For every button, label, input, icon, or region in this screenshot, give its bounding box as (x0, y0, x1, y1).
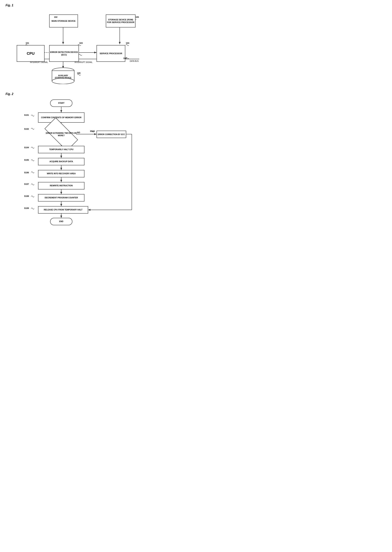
interrupt-signal-2: INTERRUPT SIGNAL (72, 61, 95, 63)
svg-marker-36 (60, 216, 62, 218)
ref-108: 108 (123, 57, 126, 59)
svg-text:STORAGE DEVICE: STORAGE DEVICE (55, 77, 71, 79)
s105-ref: S105 (24, 159, 29, 161)
error-detection-box: ERROR DETECTION DEVICE (ECC) (49, 45, 79, 62)
end-node: END (50, 218, 72, 225)
ref-104: 104 (126, 42, 129, 44)
data-bus-label: DATA BUS (126, 60, 143, 62)
s109-box: RELEASE CPU FROM TEMPORARY HALT (38, 206, 88, 214)
fig2-label: Fig. 2 (6, 92, 143, 96)
svg-point-16 (52, 78, 74, 84)
service-processor-box: SERVICE PROCESSOR (97, 45, 125, 62)
s105-box: ACQUIRE BACKUP DATA (38, 158, 84, 165)
ref-103: 103 (79, 42, 83, 44)
s108-box: DECREMENT PROGRAM COUNTER (38, 194, 84, 201)
storage-rom-box: STORAGE DEVICE (ROM) FOR SERVICE PROCESS… (106, 14, 135, 28)
fig1-label: Fig. 1 (6, 4, 143, 7)
s101-ref: S101 (24, 114, 29, 116)
svg-marker-38 (94, 133, 97, 135)
s103-box: ERROR CORRECTION BY ECC (97, 131, 126, 138)
ref-105: 105 (135, 16, 139, 18)
svg-marker-28 (60, 168, 62, 170)
svg-marker-34 (60, 204, 62, 206)
svg-marker-2 (62, 42, 64, 44)
interrupt-signal-1: INTERRUPT SIGNAL (30, 61, 48, 63)
s106-ref: S106 (24, 172, 29, 174)
fig1-container: CPU 101 MAIN STORAGE DEVICE 102 ERROR DE… (6, 9, 147, 87)
ref-101: 101 (26, 42, 29, 44)
svg-marker-26 (60, 156, 62, 158)
s108-ref: S108 (24, 195, 29, 197)
svg-text:NO: NO (77, 131, 80, 134)
s101-box: CONFIRM CONTENTS OF MEMORY ERROR (38, 112, 84, 123)
s106-box: WRITE INTO RECOVERY AREA (38, 170, 84, 177)
s104-ref: S104 (24, 146, 29, 149)
s102-ref: S102 (24, 128, 29, 130)
ref-109: 109 (77, 72, 80, 74)
fig2-container: YES NO START S101 CONFIRM CONTENTS OF ME… (6, 98, 147, 224)
svg-marker-32 (60, 192, 62, 194)
s109-ref: S109 (24, 207, 29, 209)
s107-ref: S107 (24, 183, 29, 185)
ref-102: 102 (54, 16, 57, 18)
s107-box: REWRITE INSTRUCTION (38, 182, 84, 189)
s103-ref: S103 (90, 130, 95, 132)
svg-marker-8 (119, 42, 121, 44)
svg-marker-30 (60, 180, 62, 182)
auxiliary-storage-cylinder: AUXILIARY STORAGE DEVICE (51, 67, 75, 84)
start-node: START (50, 99, 72, 107)
svg-marker-6 (94, 52, 97, 53)
main-storage-box: MAIN STORAGE DEVICE (49, 14, 78, 28)
s104-box: TEMPORARILY HALT CPU (38, 146, 84, 153)
svg-marker-42 (88, 209, 90, 211)
svg-marker-20 (60, 110, 62, 112)
s102-diamond: ERROR EXTENDING TWO BITS OR MORE? (45, 126, 77, 142)
cpu-box: CPU (17, 45, 45, 62)
svg-text:AUXILIARY: AUXILIARY (58, 75, 68, 77)
